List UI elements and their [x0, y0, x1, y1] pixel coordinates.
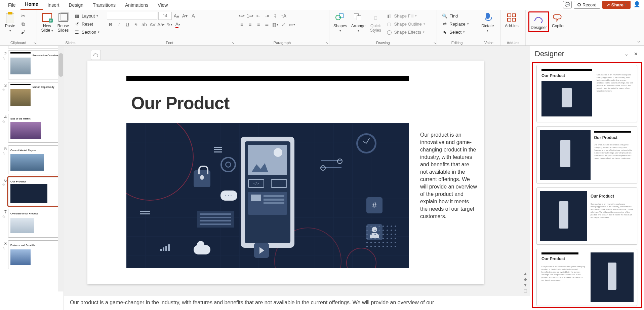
align-right-button[interactable]: ≡: [255, 21, 262, 28]
designer-collapse-button[interactable]: ⌄: [623, 50, 630, 58]
copy-button[interactable]: ⧉: [19, 20, 28, 28]
change-case-button[interactable]: Aa▾: [157, 21, 165, 28]
fit-down-icon[interactable]: ▼: [523, 282, 528, 287]
smartart-button[interactable]: ▭▾: [288, 21, 296, 28]
thumb-partial-prev[interactable]: [8, 46, 59, 48]
shapes-button[interactable]: Shapes▾: [332, 11, 349, 34]
paste-button[interactable]: Paste▾: [3, 11, 17, 34]
bold-button[interactable]: B: [107, 21, 114, 28]
drawing-launcher[interactable]: ↘: [433, 41, 436, 45]
line-spacing-button[interactable]: ‡: [272, 12, 279, 20]
slide-hero-image[interactable]: #: [126, 123, 409, 268]
reuse-slides-button[interactable]: Reuse Slides: [56, 11, 71, 33]
thumb-num-2: 2: [4, 51, 7, 56]
slide-editor[interactable]: Our Product #: [87, 61, 484, 284]
slide-thumb-5[interactable]: Current Market Players: [8, 145, 59, 174]
find-label: Find: [449, 13, 458, 19]
columns-button[interactable]: ▥▾: [272, 21, 279, 28]
fit-diamond-icon[interactable]: ◆: [524, 277, 527, 282]
reset-button[interactable]: ↺Reset: [72, 20, 102, 28]
slide-thumb-2[interactable]: Presentation Overview: [8, 50, 59, 79]
font-family-combo[interactable]: [107, 12, 157, 20]
clear-formatting-button[interactable]: A̶: [190, 12, 197, 20]
replace-button[interactable]: ⇄Replace▾: [440, 20, 474, 28]
slide-thumbnail-pane[interactable]: 2☆ Presentation Overview 3☆ Market Oppor…: [0, 46, 64, 310]
fit-reset-icon[interactable]: ◻: [524, 288, 527, 293]
tab-animations[interactable]: Animations: [120, 0, 153, 10]
increase-font-button[interactable]: A▴: [173, 12, 180, 20]
underline-button[interactable]: U: [124, 21, 131, 28]
align-left-button[interactable]: ≡: [238, 21, 245, 28]
select-button[interactable]: ⬉Select▾: [440, 28, 474, 36]
design-suggestion-3[interactable]: Our Product Our product is an innovative…: [536, 187, 637, 245]
decrease-font-button[interactable]: A▾: [181, 12, 189, 20]
comments-button[interactable]: 💬: [563, 1, 572, 8]
designer-button[interactable]: Designer: [528, 11, 549, 32]
shape-outline-button[interactable]: ▢Shape Outline▾: [384, 20, 427, 28]
justify-button[interactable]: ≣: [263, 21, 271, 28]
highlight-button[interactable]: ✎▾: [166, 21, 173, 28]
format-painter-button[interactable]: 🖌: [19, 28, 28, 36]
font-size-combo[interactable]: 14: [158, 12, 172, 20]
signal-icon: [160, 244, 170, 251]
slide-title[interactable]: Our Product: [131, 93, 229, 113]
design-suggestion-2[interactable]: Our Product Our product is an innovative…: [536, 126, 637, 183]
quick-styles-button[interactable]: ◻ Quick Styles: [368, 11, 383, 33]
tab-insert[interactable]: Insert: [43, 0, 64, 10]
addins-button[interactable]: Add-ins: [504, 11, 520, 29]
collapse-ribbon-button[interactable]: ⌄: [637, 38, 641, 43]
designer-close-button[interactable]: ✕: [633, 50, 639, 58]
bullets-button[interactable]: •≡▾: [238, 12, 245, 20]
tab-file[interactable]: File: [3, 0, 21, 10]
slide-thumb-7[interactable]: Overview of our Product: [8, 209, 59, 238]
increase-indent-button[interactable]: ⇥: [263, 12, 271, 20]
thumb-title: Size of the Market: [10, 117, 31, 120]
slide-body-text[interactable]: Our product is an innovative and game-ch…: [420, 131, 477, 220]
paragraph-launcher[interactable]: ↘: [326, 41, 328, 45]
shape-fill-button[interactable]: ◧Shape Fill▾: [384, 12, 427, 20]
notes-pane[interactable]: Our product is a game-changer in the ind…: [64, 296, 530, 310]
tab-transitions[interactable]: Transitions: [88, 0, 120, 10]
section-button[interactable]: ☰Section▾: [72, 28, 102, 36]
find-button[interactable]: 🔍Find: [440, 12, 474, 20]
align-center-button[interactable]: ≡: [246, 21, 254, 28]
drawing-group-label: Drawing: [332, 40, 434, 45]
text-direction-button[interactable]: ↕A: [280, 12, 287, 20]
tab-home[interactable]: Home: [21, 0, 43, 10]
numbering-button[interactable]: 1≡▾: [246, 12, 254, 20]
slide-canvas-area: Our Product #: [64, 46, 530, 310]
slide-thumb-8[interactable]: Features and Benefits: [8, 240, 59, 269]
slide-thumb-4[interactable]: Size of the Market: [8, 114, 59, 143]
font-launcher[interactable]: ↘: [232, 41, 234, 45]
cut-button[interactable]: ✂: [19, 12, 28, 20]
decrease-indent-button[interactable]: ⇤: [255, 12, 262, 20]
strikethrough-button[interactable]: S̶: [132, 21, 139, 28]
tab-design[interactable]: Design: [64, 0, 88, 10]
shadow-button[interactable]: ab: [140, 21, 148, 28]
arrange-button[interactable]: Arrange▾: [350, 11, 367, 34]
dictate-button[interactable]: Dictate▾: [480, 11, 495, 34]
new-slide-button[interactable]: + New Slide ▾: [40, 11, 54, 34]
design-suggestion-1[interactable]: Our Product Our product is an innovative…: [536, 65, 637, 122]
shape-effects-button[interactable]: ◯Shape Effects▾: [384, 28, 427, 36]
italic-button[interactable]: I: [115, 21, 123, 28]
copilot-button[interactable]: Copilot: [551, 11, 566, 29]
shape-outline-label: Shape Outline: [394, 22, 421, 27]
font-color-button[interactable]: A▾: [174, 21, 182, 28]
user-avatar[interactable]: 👤: [633, 1, 641, 8]
share-button[interactable]: ↗ Share ▾: [602, 1, 631, 9]
clipboard-launcher[interactable]: ↘: [33, 41, 36, 45]
clock-icon: [356, 133, 376, 153]
char-spacing-button[interactable]: AV: [149, 21, 156, 28]
thumb-scrollbar[interactable]: [58, 46, 64, 291]
design-suggestion-4[interactable]: Our Product Our product is an innovative…: [536, 249, 637, 306]
fit-up-icon[interactable]: ▲: [523, 271, 528, 276]
layout-button[interactable]: ▦Layout▾: [72, 12, 102, 20]
slide-thumb-3[interactable]: Market Opportunity: [8, 82, 59, 111]
tab-view[interactable]: View: [153, 0, 172, 10]
slide-fit-controls[interactable]: ▲ ◆ ▼ ◻: [522, 271, 528, 293]
record-button[interactable]: Record: [574, 1, 600, 9]
align-text-button[interactable]: ⤢: [280, 21, 287, 28]
slide-thumb-6[interactable]: Our Product: [8, 177, 59, 206]
design-ideas-float-button[interactable]: [91, 50, 101, 60]
